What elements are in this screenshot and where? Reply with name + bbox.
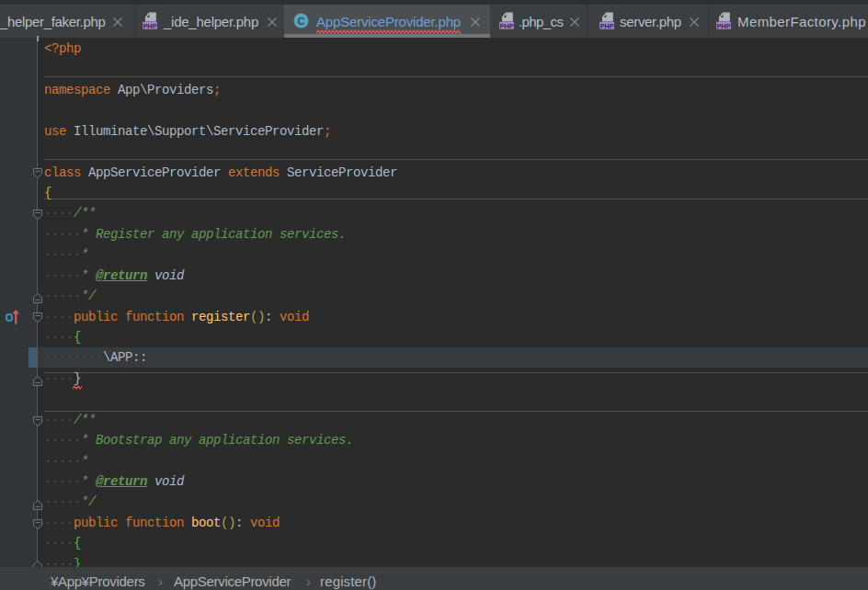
svg-text:C: C — [298, 16, 305, 27]
svg-text:PHP: PHP — [716, 22, 730, 29]
svg-text:PHP: PHP — [143, 22, 156, 29]
svg-text:PHP: PHP — [499, 22, 513, 29]
svg-text:PHP: PHP — [600, 22, 613, 29]
